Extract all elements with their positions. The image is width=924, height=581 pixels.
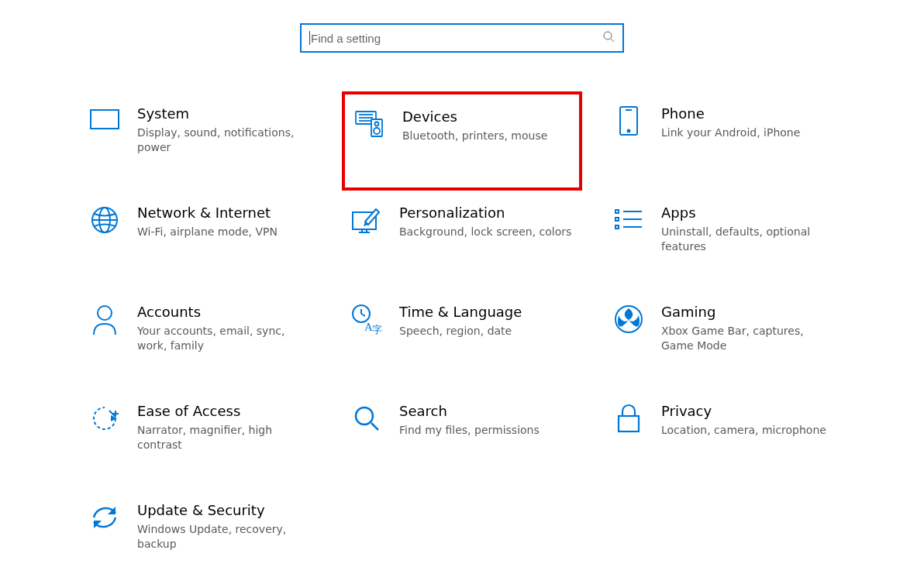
tile-title: Search (399, 403, 574, 420)
tile-privacy[interactable]: Privacy Location, camera, microphone (604, 389, 844, 488)
globe-icon (89, 205, 120, 235)
tile-text: Ease of Access Narrator, magnifier, high… (137, 403, 312, 452)
tile-gaming[interactable]: Gaming Xbox Game Bar, captures, Game Mod… (604, 290, 844, 389)
svg-rect-37 (619, 416, 639, 431)
tile-text: Network & Internet Wi-Fi, airplane mode,… (137, 205, 312, 239)
tile-title: Gaming (661, 304, 836, 321)
tile-text: Personalization Background, lock screen,… (399, 205, 574, 239)
apps-icon (613, 205, 644, 235)
tile-desc: Link your Android, iPhone (661, 125, 836, 140)
lock-icon (613, 403, 644, 434)
phone-icon (613, 105, 644, 136)
tile-title: Phone (661, 105, 836, 122)
tile-title: System (137, 105, 312, 122)
search-box[interactable] (300, 23, 624, 53)
svg-rect-2 (91, 110, 119, 129)
tile-text: Search Find my files, permissions (399, 403, 574, 438)
search-icon (602, 30, 615, 46)
tile-phone[interactable]: Phone Link your Android, iPhone (604, 91, 844, 191)
svg-text:字: 字 (372, 324, 382, 335)
tile-ease[interactable]: Ease of Access Narrator, magnifier, high… (80, 389, 320, 488)
tile-network[interactable]: Network & Internet Wi-Fi, airplane mode,… (80, 191, 320, 290)
tile-desc: Windows Update, recovery, backup (137, 522, 312, 552)
tile-apps[interactable]: Apps Uninstall, defaults, optional featu… (604, 191, 844, 290)
svg-line-36 (371, 423, 378, 430)
svg-rect-22 (615, 218, 619, 221)
tile-desc: Your accounts, email, sync, work, family (137, 324, 312, 353)
tile-search[interactable]: Search Find my files, permissions (342, 389, 582, 488)
tile-text: Update & Security Windows Update, recove… (137, 502, 312, 552)
tile-text: Accounts Your accounts, email, sync, wor… (137, 304, 312, 353)
tile-title: Network & Internet (137, 205, 312, 222)
settings-grid: System Display, sound, notifications, po… (0, 91, 924, 581)
svg-point-27 (98, 306, 112, 320)
update-icon (89, 502, 120, 533)
text-caret (309, 31, 310, 45)
svg-point-0 (604, 32, 612, 40)
tile-desc: Background, lock screen, colors (399, 225, 574, 239)
tile-desc: Bluetooth, printers, mouse (402, 129, 571, 143)
devices-icon (354, 108, 385, 139)
system-icon (89, 105, 120, 136)
tile-desc: Find my files, permissions (399, 423, 574, 438)
svg-line-30 (361, 314, 365, 316)
tile-desc: Speech, region, date (399, 324, 574, 339)
tile-desc: Narrator, magnifier, high contrast (137, 423, 312, 452)
tile-title: Time & Language (399, 304, 574, 321)
tile-text: Privacy Location, camera, microphone (661, 403, 836, 438)
tile-title: Ease of Access (137, 403, 312, 420)
svg-point-13 (628, 130, 630, 132)
ease-icon (89, 403, 120, 434)
svg-line-1 (611, 39, 614, 42)
tile-time[interactable]: A 字 Time & Language Speech, region, date (342, 290, 582, 389)
tile-title: Personalization (399, 205, 574, 222)
tile-desc: Display, sound, notifications, power (137, 125, 312, 155)
svg-point-35 (356, 407, 373, 425)
svg-rect-23 (615, 225, 619, 229)
tile-desc: Location, camera, microphone (661, 423, 836, 438)
tile-update[interactable]: Update & Security Windows Update, recove… (80, 488, 320, 581)
tile-text: Devices Bluetooth, printers, mouse (402, 108, 571, 143)
tile-text: Phone Link your Android, iPhone (661, 105, 836, 140)
personalization-icon (351, 205, 382, 235)
tile-desc: Xbox Game Bar, captures, Game Mode (661, 324, 836, 353)
magnifier-icon (351, 403, 382, 434)
tile-text: Apps Uninstall, defaults, optional featu… (661, 205, 836, 254)
tile-text: System Display, sound, notifications, po… (137, 105, 312, 155)
search-input[interactable] (309, 31, 602, 46)
svg-rect-21 (615, 210, 619, 213)
tile-personalization[interactable]: Personalization Background, lock screen,… (342, 191, 582, 290)
tile-text: Gaming Xbox Game Bar, captures, Game Mod… (661, 304, 836, 353)
gaming-icon (613, 304, 644, 335)
settings-home: System Display, sound, notifications, po… (0, 0, 924, 581)
search-wrap (0, 23, 924, 53)
time-language-icon: A 字 (351, 304, 382, 335)
tile-title: Devices (402, 108, 571, 125)
tile-accounts[interactable]: Accounts Your accounts, email, sync, wor… (80, 290, 320, 389)
tile-text: Time & Language Speech, region, date (399, 304, 574, 339)
tile-title: Privacy (661, 403, 836, 420)
tile-title: Apps (661, 205, 836, 222)
tile-system[interactable]: System Display, sound, notifications, po… (80, 91, 320, 191)
tile-title: Accounts (137, 304, 312, 321)
tile-devices[interactable]: Devices Bluetooth, printers, mouse (342, 91, 582, 191)
tile-title: Update & Security (137, 502, 312, 519)
tile-desc: Uninstall, defaults, optional features (661, 225, 836, 254)
tile-desc: Wi-Fi, airplane mode, VPN (137, 225, 312, 239)
accounts-icon (89, 304, 120, 335)
